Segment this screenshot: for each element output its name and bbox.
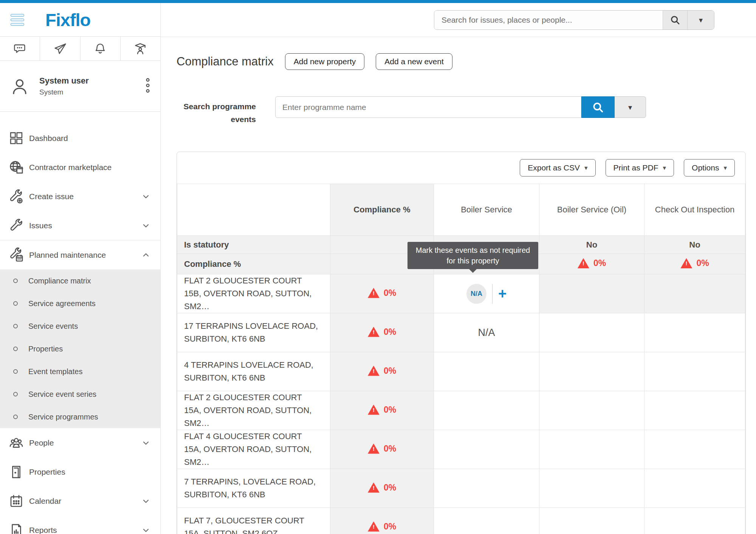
event-cell[interactable] — [644, 313, 745, 352]
event-cell[interactable] — [539, 469, 644, 508]
programme-search-input[interactable] — [275, 96, 581, 118]
event-cell[interactable] — [434, 352, 539, 391]
warning-triangle-icon — [368, 444, 380, 454]
submenu-item-compliance-matrix[interactable]: Compliance matrix — [0, 269, 160, 292]
global-search-input[interactable] — [434, 11, 663, 29]
submenu-item-service-event-series[interactable]: Service event series — [0, 383, 160, 406]
submenu-item-event-templates[interactable]: Event templates — [0, 360, 160, 383]
sidebar-item-dashboard[interactable]: Dashboard — [0, 124, 160, 153]
submenu-item-service-programmes[interactable]: Service programmes — [0, 406, 160, 428]
mark-not-required-button[interactable]: N/A — [466, 284, 486, 304]
print-pdf-button[interactable]: Print as PDF ▾ — [606, 159, 674, 176]
sidebar-item-label: Contractor marketplace — [29, 163, 112, 172]
is-statutory-value: No — [644, 236, 745, 254]
boiler-service-cell[interactable]: N/A — [434, 313, 539, 352]
event-cell[interactable] — [539, 274, 644, 313]
graduate-icon — [133, 42, 147, 56]
event-cell[interactable] — [434, 469, 539, 508]
event-cell[interactable] — [539, 391, 644, 430]
sidebar-item-label: Issues — [29, 221, 52, 230]
sidebar-item-create-issue[interactable]: Create issue — [0, 182, 160, 211]
options-button[interactable]: Options ▾ — [684, 159, 735, 176]
event-cell[interactable] — [644, 391, 745, 430]
property-name: 7 TERRAPINS, LOVELACE ROAD, SURBITON, KT… — [177, 469, 330, 508]
fixflo-logo[interactable]: Fixflo — [45, 9, 90, 30]
sidebar-item-calendar[interactable]: Calendar — [0, 486, 160, 515]
property-name: 17 TERRAPINS LOVELACE ROAD, SURBITON, KT… — [177, 313, 330, 352]
property-name: FLAT 2 GLOUCESTER COURT 15B, OVERTON ROA… — [177, 274, 330, 313]
main-topbar: ▾ — [161, 3, 756, 37]
is-statutory-value: No — [539, 236, 644, 254]
sidebar-item-planned-maintenance[interactable]: Planned maintenance — [0, 240, 160, 269]
event-cell[interactable] — [539, 508, 644, 534]
planned-maintenance-submenu: Compliance matrix Service agreements Ser… — [0, 269, 160, 428]
warning-triangle-icon — [368, 405, 380, 415]
event-cell[interactable] — [644, 274, 745, 313]
chat-button[interactable] — [0, 37, 40, 60]
table-row: FLAT 7, GLOUCESTER COURT 15A, SUTTON, SM… — [177, 508, 745, 534]
submenu-item-properties[interactable]: Properties — [0, 337, 160, 360]
event-cell[interactable] — [644, 430, 745, 469]
programme-search-row: Search programme events ▾ — [177, 96, 756, 126]
training-button[interactable] — [121, 37, 160, 60]
add-a-new-event-button[interactable]: Add a new event — [376, 53, 452, 70]
table-row: 7 TERRAPINS, LOVELACE ROAD, SURBITON, KT… — [177, 469, 745, 508]
sidebar-item-properties[interactable]: Properties — [0, 457, 160, 486]
global-search-group: ▾ — [434, 10, 714, 30]
global-search-options-button[interactable]: ▾ — [687, 11, 714, 29]
report-document-icon — [8, 522, 25, 534]
submenu-item-service-events[interactable]: Service events — [0, 315, 160, 337]
warning-badge: 0% — [578, 258, 606, 268]
add-new-property-button[interactable]: Add new property — [285, 53, 365, 70]
submenu-item-label: Service agreements — [28, 299, 96, 308]
sidebar-item-issues[interactable]: Issues — [0, 211, 160, 240]
submenu-item-label: Service event series — [28, 390, 96, 399]
notifications-button[interactable] — [81, 37, 121, 60]
event-cell[interactable] — [644, 352, 745, 391]
people-icon — [8, 435, 25, 451]
caret-down-icon: ▾ — [584, 165, 588, 171]
compliance-cell: 0% — [330, 274, 434, 313]
warning-triangle-icon — [368, 327, 380, 337]
event-cell[interactable] — [434, 430, 539, 469]
sidebar-item-label: Properties — [29, 467, 65, 477]
sidebar-item-contractor-marketplace[interactable]: Contractor marketplace — [0, 153, 160, 182]
event-cell[interactable] — [644, 469, 745, 508]
compliance-cell: 0% — [644, 254, 745, 274]
submenu-item-service-agreements[interactable]: Service agreements — [0, 292, 160, 315]
table-toolbar: Export as CSV ▾ Print as PDF ▾ Options ▾ — [177, 152, 745, 184]
sidebar-item-label: Dashboard — [29, 134, 68, 143]
compliance-matrix-panel: Export as CSV ▾ Print as PDF ▾ Options ▾ — [177, 152, 746, 534]
caret-down-icon: ▾ — [628, 104, 632, 111]
programme-search-options-button[interactable]: ▾ — [615, 96, 646, 118]
sidebar-item-reports[interactable]: Reports — [0, 515, 160, 534]
event-cell[interactable] — [539, 430, 644, 469]
user-name: System user — [39, 76, 89, 86]
export-csv-button[interactable]: Export as CSV ▾ — [520, 159, 595, 176]
warning-badge: 0% — [368, 483, 396, 493]
event-cell[interactable] — [644, 508, 745, 534]
hamburger-menu-icon[interactable] — [11, 14, 24, 26]
programme-search-button[interactable] — [581, 96, 615, 118]
compliance-cell: 0% — [539, 254, 644, 274]
export-csv-label: Export as CSV — [528, 163, 580, 172]
user-menu-kebab-icon[interactable] — [145, 77, 150, 95]
add-event-plus-button[interactable]: + — [498, 286, 507, 301]
send-message-button[interactable] — [40, 37, 80, 60]
event-cell[interactable] — [434, 508, 539, 534]
event-cell[interactable] — [539, 313, 644, 352]
event-cell[interactable] — [539, 352, 644, 391]
sidebar-item-label: Reports — [29, 526, 57, 534]
sidebar-item-people[interactable]: People — [0, 428, 160, 457]
sidebar-item-label: Calendar — [29, 497, 61, 506]
event-cell[interactable] — [434, 391, 539, 430]
print-pdf-label: Print as PDF — [613, 163, 658, 172]
paper-plane-icon — [53, 42, 67, 56]
property-name: FLAT 2 GLOUCESTER COURT 15A, OVERTON ROA… — [177, 391, 330, 430]
sidebar-item-label: Planned maintenance — [29, 251, 106, 260]
header-row: Compliance % Boiler Service Boiler Servi… — [177, 184, 745, 236]
page-title: Compliance matrix — [177, 55, 274, 68]
global-search-button[interactable] — [663, 11, 687, 29]
top-accent-bar — [0, 0, 756, 3]
property-name: FLAT 4 GLOUCESTER COURT 15A, OVERTON ROA… — [177, 430, 330, 469]
